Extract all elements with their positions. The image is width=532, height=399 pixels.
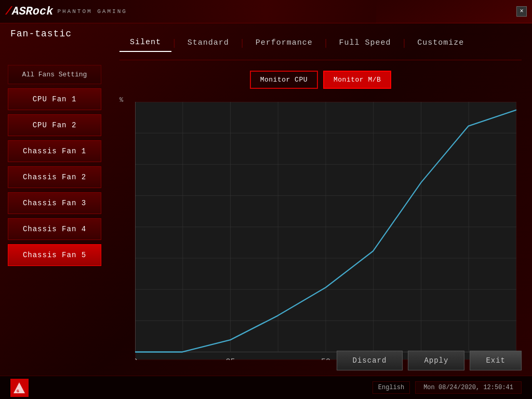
datetime-display: Mon 08/24/2020, 12:50:41 (415, 381, 522, 394)
svg-text:G: G (17, 389, 19, 393)
content-area: Silent | Standard | Performance | Full S… (109, 23, 532, 376)
discard-button[interactable]: Discard (337, 351, 403, 370)
sidebar-item-chassis-fan-3[interactable]: Chassis Fan 3 (8, 192, 101, 214)
svg-text:0: 0 (135, 357, 137, 360)
sidebar-item-chassis-fan-5[interactable]: Chassis Fan 5 (8, 244, 101, 266)
apply-button[interactable]: Apply (408, 351, 464, 370)
tab-sep-4: | (402, 38, 407, 48)
header: /ASRock PHANTOM GAMING × (0, 0, 532, 23)
monitor-button-group: Monitor CPU Monitor M/B (119, 71, 522, 89)
tab-silent[interactable]: Silent (119, 34, 171, 52)
svg-text:50: 50 (321, 357, 330, 360)
brand-logo: /ASRock (5, 5, 53, 18)
bottom-bar: G English Mon 08/24/2020, 12:50:41 (0, 376, 532, 399)
sidebar: All Fans Setting CPU Fan 1 CPU Fan 2 Cha… (0, 23, 109, 376)
monitor-mb-button[interactable]: Monitor M/B (323, 71, 391, 89)
exit-button[interactable]: Exit (470, 351, 522, 370)
svg-text:25: 25 (226, 357, 235, 360)
close-button[interactable]: × (516, 6, 527, 17)
tab-customize[interactable]: Customize (407, 34, 474, 51)
all-fans-button[interactable]: All Fans Setting (8, 65, 101, 84)
bottom-right-info: English Mon 08/24/2020, 12:50:41 (373, 381, 522, 394)
sidebar-item-cpu-fan-2[interactable]: CPU Fan 2 (8, 114, 101, 136)
brand-subtitle: PHANTOM GAMING (57, 8, 127, 15)
page-title: Fan-tastic (10, 29, 72, 39)
monitor-cpu-button[interactable]: Monitor CPU (250, 71, 318, 89)
sidebar-item-cpu-fan-1[interactable]: CPU Fan 1 (8, 88, 101, 110)
sidebar-item-chassis-fan-4[interactable]: Chassis Fan 4 (8, 218, 101, 240)
chart-svg: 100 50 0 25 50 75 100 (135, 102, 516, 360)
bottom-logo: G (10, 379, 29, 397)
tab-bar: Silent | Standard | Performance | Full S… (119, 29, 522, 60)
y-axis-label: % (119, 97, 123, 104)
svg-marker-26 (14, 382, 25, 393)
tab-full-speed[interactable]: Full Speed (329, 34, 402, 51)
tab-performance[interactable]: Performance (245, 34, 323, 51)
tab-sep-1: | (171, 38, 177, 48)
sidebar-item-chassis-fan-1[interactable]: Chassis Fan 1 (8, 140, 101, 162)
header-logo: /ASRock PHANTOM GAMING (5, 5, 127, 18)
tab-sep-3: | (323, 38, 329, 48)
tab-sep-2: | (240, 38, 245, 48)
language-selector[interactable]: English (373, 381, 410, 394)
main-content: All Fans Setting CPU Fan 1 CPU Fan 2 Cha… (0, 23, 532, 376)
header-decor (376, 0, 532, 23)
bottom-logo-area: G (10, 379, 29, 397)
fan-chart: % (119, 97, 522, 370)
tab-standard[interactable]: Standard (177, 34, 240, 51)
sidebar-item-chassis-fan-2[interactable]: Chassis Fan 2 (8, 166, 101, 188)
action-buttons: Discard Apply Exit (337, 351, 522, 370)
